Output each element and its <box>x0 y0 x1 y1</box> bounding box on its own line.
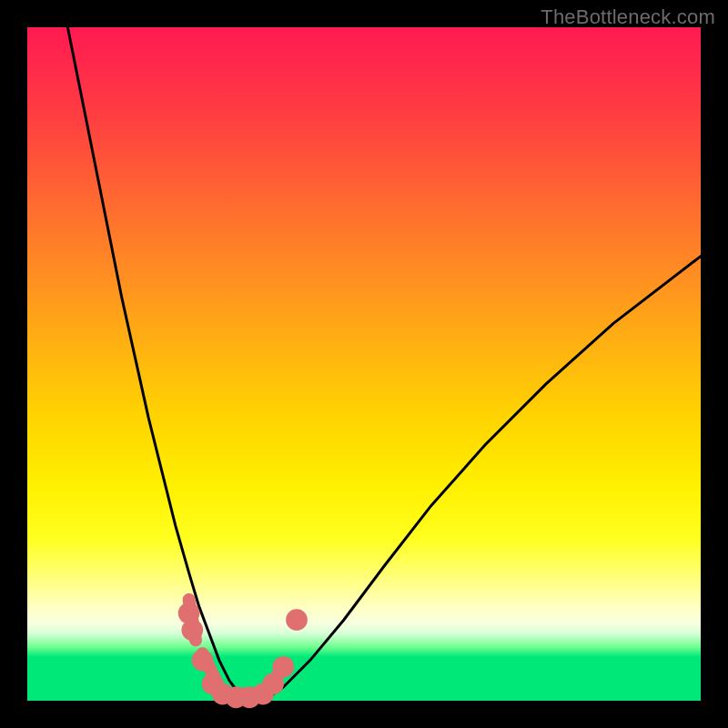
bottleneck-curve-path <box>67 27 701 701</box>
chart-frame: TheBottleneck.com <box>0 0 728 728</box>
watermark-text: TheBottleneck.com <box>541 5 715 29</box>
marker-dots <box>178 602 308 708</box>
marker-dot <box>192 650 214 672</box>
marker-dot <box>286 609 308 631</box>
marker-dot <box>181 619 203 641</box>
marker-dot <box>272 656 294 678</box>
chart-svg <box>27 27 701 701</box>
